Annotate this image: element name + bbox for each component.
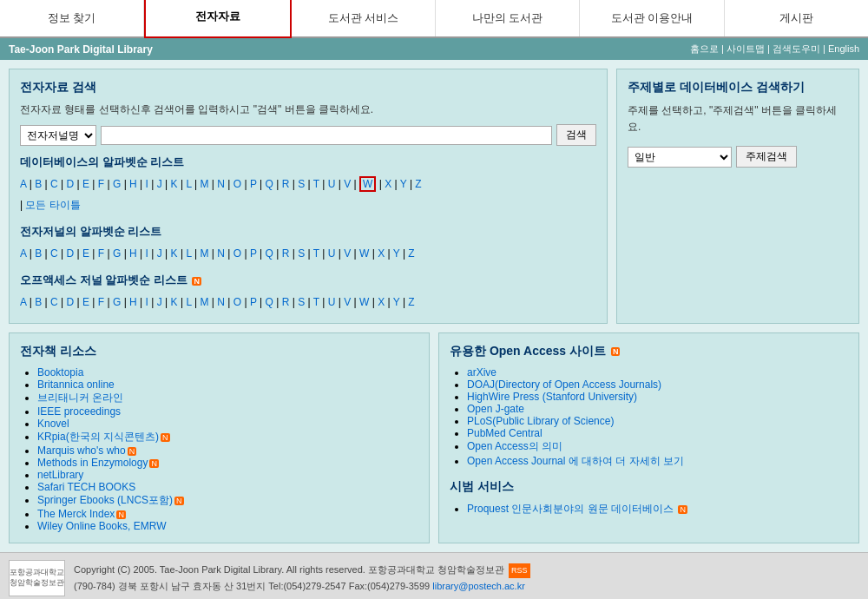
oa-letter-U[interactable]: U [328, 296, 336, 308]
j-letter-G[interactable]: G [113, 247, 121, 260]
oa-letter-R[interactable]: R [282, 296, 290, 308]
j-letter-V[interactable]: V [344, 247, 351, 260]
nav-item-info[interactable]: 정보 찾기 [0, 0, 144, 36]
ebook-link-springer[interactable]: Springer Ebooks (LNCS포함) [37, 494, 173, 506]
db-letter-M[interactable]: M [200, 178, 208, 190]
j-letter-Y[interactable]: Y [393, 247, 400, 260]
ebook-link-netlibrary[interactable]: netLibrary [37, 469, 83, 481]
oa-letter-H[interactable]: H [129, 296, 137, 308]
db-letter-O[interactable]: O [233, 178, 241, 190]
j-letter-I[interactable]: I [146, 247, 148, 260]
db-letter-N[interactable]: N [217, 178, 225, 190]
ebook-link-ieee[interactable]: IEEE proceedings [37, 405, 121, 418]
oa-link-openj[interactable]: Open J-gate [467, 403, 524, 415]
ebook-link-merck[interactable]: The Merck Index [37, 508, 115, 520]
ebook-link-booktopia[interactable]: Booktopia [37, 366, 83, 378]
db-letter-C[interactable]: C [50, 178, 58, 190]
db-letter-K[interactable]: K [171, 178, 178, 190]
oa-letter-A[interactable]: A [20, 296, 26, 308]
oa-letter-T[interactable]: T [313, 296, 319, 308]
ebook-link-krpia[interactable]: KRpia(한국의 지식콘텐츠) [37, 431, 159, 443]
db-letter-G[interactable]: G [113, 178, 121, 190]
oa-link-doaj[interactable]: DOAJ(Directory of Open Access Journals) [467, 378, 661, 391]
j-letter-Z[interactable]: Z [408, 247, 414, 260]
db-letter-I[interactable]: I [146, 178, 148, 190]
home-link[interactable]: 홈으로 [690, 43, 719, 54]
ebook-link-wiley[interactable]: Wiley Online Books, EMRW [37, 520, 166, 532]
ebook-link-marquis[interactable]: Marquis who's who [37, 444, 126, 457]
oa-link-pubmed[interactable]: PubMed Central [467, 427, 542, 439]
search-button[interactable]: 검색 [556, 124, 596, 146]
nav-item-board[interactable]: 게시판 [725, 0, 868, 36]
oa-letter-C[interactable]: C [50, 296, 58, 308]
j-letter-H[interactable]: H [129, 247, 137, 260]
j-letter-F[interactable]: F [98, 247, 104, 260]
j-letter-D[interactable]: D [66, 247, 74, 260]
nav-item-library-service[interactable]: 도서관 서비스 [292, 0, 436, 36]
oa-letter-W[interactable]: W [359, 296, 369, 308]
ebook-link-britannica-kr[interactable]: 브리태니커 온라인 [37, 392, 123, 404]
db-letter-X[interactable]: X [385, 178, 391, 190]
j-letter-R[interactable]: R [282, 247, 290, 260]
oa-letter-Y[interactable]: Y [393, 296, 400, 308]
j-letter-C[interactable]: C [50, 247, 58, 260]
oa-letter-M[interactable]: M [200, 296, 208, 308]
oa-link-more[interactable]: Open Access Journal 에 대하여 더 자세히 보기 [467, 455, 684, 467]
j-letter-B[interactable]: B [35, 247, 42, 260]
ebook-link-methods[interactable]: Methods in Enzymology [37, 457, 148, 469]
oa-letter-E[interactable]: E [82, 296, 89, 308]
trial-link-proquest[interactable]: Proquest 인문사회분야의 원문 데이터베이스 [467, 503, 674, 515]
db-letter-W[interactable]: W [359, 176, 376, 192]
j-letter-S[interactable]: S [298, 247, 305, 260]
oa-link-plos[interactable]: PLoS(Public Library of Science) [467, 415, 614, 427]
db-letter-F[interactable]: F [98, 178, 104, 190]
oa-link-highwire[interactable]: HighWire Press (Stanford University) [467, 391, 637, 403]
search-input[interactable] [101, 126, 552, 145]
sitemap-link[interactable]: 사이트맵 [727, 43, 765, 54]
db-letter-H[interactable]: H [129, 178, 137, 190]
ebook-link-knovel[interactable]: Knovel [37, 418, 69, 430]
oa-letter-X[interactable]: X [378, 296, 385, 308]
oa-letter-N[interactable]: N [217, 296, 225, 308]
oa-link-arxive[interactable]: arXive [467, 366, 496, 378]
db-letter-R[interactable]: R [282, 178, 290, 190]
db-letter-E[interactable]: E [82, 178, 89, 190]
db-letter-J[interactable]: J [157, 178, 162, 190]
db-letter-S[interactable]: S [298, 178, 305, 190]
nav-item-electronic[interactable]: 전자자료 [144, 0, 291, 38]
oa-letter-P[interactable]: P [250, 296, 257, 308]
nav-item-guide[interactable]: 도서관 이용안내 [580, 0, 724, 36]
j-letter-A[interactable]: A [20, 247, 26, 260]
oa-letter-V[interactable]: V [344, 296, 351, 308]
db-letter-Y[interactable]: Y [400, 178, 407, 190]
ebook-link-britannica[interactable]: Britannica online [37, 378, 115, 391]
oa-letter-Z[interactable]: Z [408, 296, 414, 308]
ebook-link-safari[interactable]: Safari TECH BOOKS [37, 481, 135, 493]
search-type-select[interactable]: 전자저널명 [20, 125, 96, 146]
oa-letter-K[interactable]: K [171, 296, 178, 308]
j-letter-K[interactable]: K [171, 247, 178, 260]
db-letter-U[interactable]: U [328, 178, 336, 190]
oa-letter-Q[interactable]: Q [265, 296, 273, 308]
db-letter-Q[interactable]: Q [265, 178, 273, 190]
db-letter-A[interactable]: A [20, 178, 26, 190]
oa-letter-G[interactable]: G [113, 296, 121, 308]
oa-letter-O[interactable]: O [233, 296, 241, 308]
j-letter-E[interactable]: E [82, 247, 89, 260]
oa-letter-D[interactable]: D [66, 296, 74, 308]
search-help-link[interactable]: 검색도우미 [773, 43, 820, 54]
j-letter-T[interactable]: T [313, 247, 319, 260]
j-letter-O[interactable]: O [233, 247, 241, 260]
j-letter-X[interactable]: X [378, 247, 385, 260]
j-letter-Q[interactable]: Q [265, 247, 273, 260]
db-letter-Z[interactable]: Z [415, 178, 421, 190]
j-letter-L[interactable]: L [186, 247, 191, 260]
db-letter-B[interactable]: B [35, 178, 42, 190]
j-letter-W[interactable]: W [359, 247, 369, 260]
subject-search-button[interactable]: 주제검색 [736, 146, 797, 168]
oa-letter-B[interactable]: B [35, 296, 42, 308]
nav-item-my-library[interactable]: 나만의 도서관 [436, 0, 580, 36]
db-letter-V[interactable]: V [344, 178, 351, 190]
subject-select[interactable]: 일반 [628, 147, 732, 168]
oa-letter-J[interactable]: J [157, 296, 162, 308]
